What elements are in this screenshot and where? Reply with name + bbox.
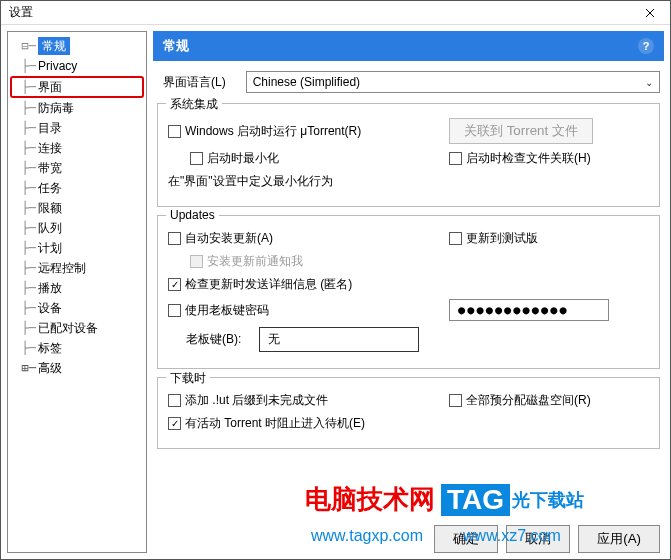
panel-header: 常规 ? [153,31,664,61]
tree-item-schedule[interactable]: ├─计划 [10,238,144,258]
group-title-sys: 系统集成 [166,96,222,113]
checkbox-ut-extension[interactable]: 添加 .!ut 后缀到未完成文件 [168,392,328,409]
checkbox-check-assoc[interactable]: 启动时检查文件关联(H) [449,150,591,167]
tree-item-privacy[interactable]: ├─Privacy [10,56,144,76]
apply-button[interactable]: 应用(A) [578,525,660,553]
checkbox-notify-update: 安装更新前通知我 [190,253,303,270]
boss-key-field[interactable]: 无 [259,327,419,352]
tree-item-playback[interactable]: ├─播放 [10,278,144,298]
cancel-button[interactable]: 取消 [506,525,570,553]
tree-item-limits[interactable]: ├─限额 [10,198,144,218]
help-icon[interactable]: ? [638,38,654,54]
close-icon [645,8,655,18]
tree-item-queue[interactable]: ├─队列 [10,218,144,238]
tree-item-directories[interactable]: ├─目录 [10,118,144,138]
ok-button[interactable]: 确定 [434,525,498,553]
tree-item-advanced[interactable]: ⊞─高级 [10,358,144,378]
group-updates: Updates 自动安装更新(A) 更新到测试版 安装更新前通知我 [157,215,660,369]
tree-item-connection[interactable]: ├─连接 [10,138,144,158]
settings-tree[interactable]: ⊟─常规 ├─Privacy ├─界面 ├─防病毒 ├─目录 ├─连接 ├─带宽… [7,31,147,553]
tree-item-antivirus[interactable]: ├─防病毒 [10,98,144,118]
tree-item-paired[interactable]: ├─已配对设备 [10,318,144,338]
checkbox-boss-password[interactable]: 使用老板键密码 [168,302,269,319]
minimize-note: 在"界面"设置中定义最小化行为 [168,173,333,190]
associate-button: 关联到 Torrent 文件 [449,118,593,144]
close-button[interactable] [630,1,670,25]
window-title: 设置 [9,4,33,21]
language-value: Chinese (Simplified) [253,75,360,89]
language-select[interactable]: Chinese (Simplified) ⌄ [246,71,660,93]
group-system-integration: 系统集成 Windows 启动时运行 μTorrent(R) 关联到 Torre… [157,103,660,207]
checkbox-beta-update[interactable]: 更新到测试版 [449,230,538,247]
checkbox-startup[interactable]: Windows 启动时运行 μTorrent(R) [168,123,361,140]
tree-item-general[interactable]: ⊟─常规 [10,36,144,56]
boss-key-label: 老板键(B): [186,331,241,348]
group-title-download: 下载时 [166,370,210,387]
tree-item-bandwidth[interactable]: ├─带宽 [10,158,144,178]
checkbox-prevent-standby[interactable]: ✓有活动 Torrent 时阻止进入待机(E) [168,415,365,432]
panel-title: 常规 [163,37,189,55]
tree-item-tasks[interactable]: ├─任务 [10,178,144,198]
boss-password-field[interactable]: ●●●●●●●●●●●● [449,299,609,321]
checkbox-auto-update[interactable]: 自动安装更新(A) [168,230,273,247]
group-title-updates: Updates [166,208,219,222]
group-download: 下载时 添加 .!ut 后缀到未完成文件 全部预分配磁盘空间(R) ✓有活动 T… [157,377,660,449]
chevron-down-icon: ⌄ [645,77,653,88]
tree-item-ui[interactable]: ├─界面 [10,76,144,98]
checkbox-minimize-on-start[interactable]: 启动时最小化 [190,150,279,167]
tree-item-remote[interactable]: ├─远程控制 [10,258,144,278]
checkbox-anon-info[interactable]: ✓检查更新时发送详细信息 (匿名) [168,276,352,293]
tree-item-devices[interactable]: ├─设备 [10,298,144,318]
language-label: 界面语言(L) [163,74,226,91]
tree-item-labels[interactable]: ├─标签 [10,338,144,358]
checkbox-preallocate[interactable]: 全部预分配磁盘空间(R) [449,392,591,409]
